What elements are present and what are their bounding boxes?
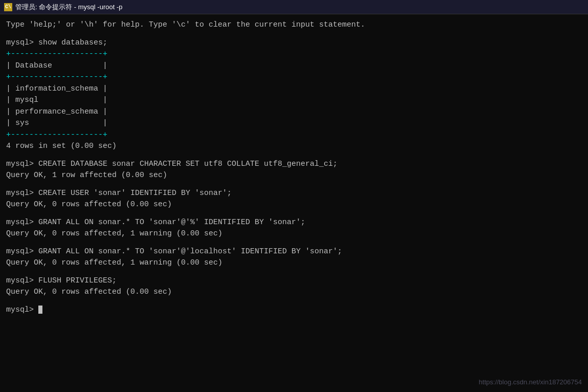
terminal-line: Query OK, 0 rows affected (0.00 sec) xyxy=(6,199,582,211)
terminal-line: | Database | xyxy=(6,60,582,72)
terminal-line: mysql> xyxy=(6,304,582,316)
terminal-line: +--------------------+ xyxy=(6,129,582,141)
terminal-line: Query OK, 0 rows affected (0.00 sec) xyxy=(6,287,582,298)
terminal-line: Query OK, 0 rows affected, 1 warning (0.… xyxy=(6,257,582,269)
watermark: https://blog.csdn.net/xin187206754 xyxy=(479,378,582,386)
terminal-line: Query OK, 0 rows affected, 1 warning (0.… xyxy=(6,228,582,240)
terminal-line: | sys | xyxy=(6,118,582,129)
terminal-content: mysql> show databases;+-----------------… xyxy=(6,37,582,316)
terminal-line: | mysql | xyxy=(6,95,582,106)
title-bar-text: 管理员: 命令提示符 - mysql -uroot -p xyxy=(15,3,122,12)
terminal-spacer xyxy=(6,153,582,159)
terminal-spacer xyxy=(6,211,582,217)
terminal-line: mysql> GRANT ALL ON sonar.* TO 'sonar'@'… xyxy=(6,246,582,258)
terminal-spacer xyxy=(6,240,582,246)
help-text: Type 'help;' or '\h' for help. Type '\c'… xyxy=(6,19,582,31)
title-bar: C\ 管理员: 命令提示符 - mysql -uroot -p xyxy=(0,0,588,14)
terminal-line: | information_schema | xyxy=(6,83,582,95)
terminal-line: +--------------------+ xyxy=(6,49,582,60)
terminal-line: mysql> CREATE USER 'sonar' IDENTIFIED BY… xyxy=(6,188,582,200)
terminal-line: mysql> GRANT ALL ON sonar.* TO 'sonar'@'… xyxy=(6,217,582,229)
terminal-spacer xyxy=(6,182,582,188)
terminal-line: mysql> CREATE DATABASE sonar CHARACTER S… xyxy=(6,159,582,170)
terminal-line: Query OK, 1 row affected (0.00 sec) xyxy=(6,170,582,182)
terminal-spacer xyxy=(6,269,582,275)
terminal-spacer xyxy=(6,298,582,304)
terminal-line: | performance_schema | xyxy=(6,106,582,118)
terminal-cursor xyxy=(38,306,42,314)
terminal-line: +--------------------+ xyxy=(6,72,582,83)
terminal-line: 4 rows in set (0.00 sec) xyxy=(6,141,582,153)
terminal-line: mysql> show databases; xyxy=(6,37,582,49)
terminal[interactable]: Type 'help;' or '\h' for help. Type '\c'… xyxy=(0,14,588,392)
terminal-line: mysql> FLUSH PRIVILEGES; xyxy=(6,275,582,287)
title-bar-icon: C\ xyxy=(4,3,12,11)
